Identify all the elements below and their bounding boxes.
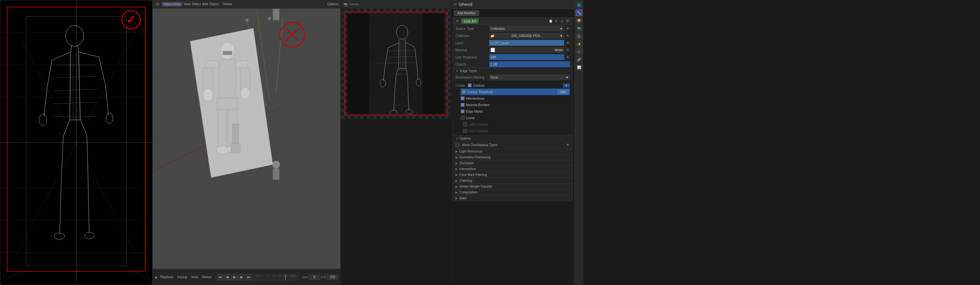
layer-value: GP_Layer bbox=[495, 41, 509, 45]
contour-checkbox[interactable]: ✓ bbox=[468, 83, 472, 87]
sidebar-icon-object[interactable]: 📦 bbox=[576, 17, 582, 24]
material-color-swatch bbox=[490, 48, 495, 52]
properties-panel-header: ✏ GPencil bbox=[451, 0, 574, 9]
crease-threshold-row: ✓ Crease Threshold 140 bbox=[461, 89, 570, 95]
allow-overlapping-checkbox[interactable] bbox=[455, 143, 459, 147]
loose-row: Loose bbox=[461, 115, 570, 121]
play-btn[interactable]: ▶ bbox=[231, 274, 238, 280]
line-thickness-label: Line Thickness bbox=[455, 56, 488, 59]
layer-row: Layer ✏ GP_Layer ✕ bbox=[453, 39, 573, 46]
playback-menu[interactable]: Playback bbox=[159, 275, 175, 279]
material-dropdown[interactable]: White bbox=[489, 47, 564, 53]
layer-input[interactable]: ✏ GP_Layer bbox=[489, 40, 564, 46]
light-reference-section[interactable]: ▶ Light Reference bbox=[453, 148, 573, 154]
source-type-dropdown[interactable]: Collection ▼ bbox=[489, 25, 564, 32]
select-menu[interactable]: Select bbox=[192, 2, 201, 6]
viewport-3d[interactable] bbox=[153, 8, 340, 269]
add-menu[interactable]: Add bbox=[202, 2, 208, 6]
material-borders-checkbox[interactable]: ✓ bbox=[461, 103, 465, 107]
illumination-dropdown[interactable]: None ▼ bbox=[489, 74, 570, 80]
checkmark-icon: ✓ bbox=[126, 14, 136, 25]
modifier-close-btn[interactable]: ✕ bbox=[565, 19, 570, 23]
crease-threshold-value[interactable]: 140 bbox=[557, 89, 569, 94]
options-label[interactable]: Options bbox=[327, 2, 338, 6]
contour-dropdown[interactable]: ▼ bbox=[563, 83, 570, 88]
far-right-sidebar: 🌐 🔧 📦 📷 🖼 ✨ ⚙ 🔗 📊 bbox=[574, 0, 583, 285]
jump-start-btn[interactable]: ⏮ bbox=[217, 274, 224, 280]
composition-section[interactable]: ▶ Composition bbox=[453, 189, 573, 195]
edge-types-section-header[interactable]: ▼ Edge Types bbox=[453, 68, 573, 74]
step-back-btn[interactable]: ◀ bbox=[224, 274, 231, 280]
intersection-section[interactable]: ▶ Intersection bbox=[453, 166, 573, 172]
add-modifier-section: Add Modifier bbox=[451, 9, 574, 17]
svg-rect-89 bbox=[273, 169, 279, 180]
modifier-icon-2[interactable]: ⬇ bbox=[554, 19, 559, 24]
face-mark-filtering-section[interactable]: ▶ Face Mark Filtering bbox=[453, 172, 573, 178]
options-section-header[interactable]: ▼ Options bbox=[453, 135, 573, 141]
modifier-expand-icon[interactable]: ▼ bbox=[455, 19, 459, 23]
intersection-label: Intersection bbox=[459, 167, 476, 171]
view-menu[interactable]: View bbox=[184, 2, 191, 6]
timeline-scale[interactable]: -30 220 0 50 100 150 200 250 bbox=[253, 274, 299, 280]
jump-end-btn[interactable]: ⏭ bbox=[245, 274, 252, 280]
preview-viewport[interactable] bbox=[341, 8, 451, 119]
start-frame-input[interactable] bbox=[309, 274, 320, 280]
sidebar-icon-data[interactable]: 📊 bbox=[576, 64, 582, 71]
sidebar-icon-physics[interactable]: ⚙ bbox=[576, 48, 582, 55]
layer-x-btn[interactable]: ✕ bbox=[565, 41, 570, 45]
material-borders-row: ✓ Material Borders bbox=[461, 102, 570, 108]
allow-overlapping-x-btn[interactable]: ✕ bbox=[565, 142, 570, 147]
sidebar-icon-camera[interactable]: 📷 bbox=[576, 25, 582, 32]
collection-dropdown[interactable]: 📁 000_GREASE PEN... ▼ bbox=[489, 33, 564, 39]
end-frame-input[interactable] bbox=[327, 274, 338, 280]
sidebar-icon-modifier[interactable]: 🔧 bbox=[576, 9, 582, 16]
sidebar-icon-scene[interactable]: 🌐 bbox=[576, 1, 582, 8]
thickness-x-btn[interactable]: ✕ bbox=[565, 55, 570, 59]
cast-shadow-label: Cast Shadow bbox=[468, 129, 488, 133]
collection-x-btn[interactable]: ✕ bbox=[565, 33, 570, 38]
modifier-icon-3[interactable]: ⬆ bbox=[560, 19, 565, 24]
object-mode-btn[interactable]: Object Mode bbox=[162, 2, 182, 6]
bake-section[interactable]: ▶ Bake bbox=[453, 195, 573, 201]
preview-header: 📷 Camera bbox=[341, 0, 451, 8]
source-type-label: Source Type bbox=[455, 27, 488, 30]
source-type-chevron: ▼ bbox=[560, 27, 563, 30]
svg-rect-82 bbox=[223, 51, 232, 55]
occlusion-section[interactable]: ▶ Occlusion bbox=[453, 160, 573, 166]
allow-overlapping-row: Allow Overlapping Types ✕ bbox=[453, 141, 573, 148]
material-x-btn[interactable]: ✕ bbox=[565, 48, 570, 52]
geometry-processing-section[interactable]: ▶ Geometry Processing bbox=[453, 154, 573, 160]
object-menu[interactable]: Object bbox=[209, 2, 219, 6]
line-thickness-slider[interactable]: 100 bbox=[489, 54, 564, 60]
crease-checkbox[interactable]: ✓ bbox=[462, 90, 466, 94]
source-type-x-btn[interactable]: ✕ bbox=[565, 26, 570, 31]
end-label: End bbox=[321, 275, 326, 279]
light-contour-checkbox[interactable] bbox=[463, 123, 467, 126]
sidebar-icon-particles[interactable]: ✨ bbox=[576, 40, 582, 48]
contour-row: Create ✓ Contour ▼ bbox=[455, 82, 570, 89]
chaining-label: Chaining bbox=[459, 179, 472, 182]
sidebar-icon-constraints[interactable]: 🔗 bbox=[576, 56, 582, 63]
opacity-slider[interactable]: 1.00 bbox=[489, 61, 570, 67]
view-menu-timeline[interactable]: View bbox=[190, 275, 199, 279]
svg-point-74 bbox=[241, 87, 250, 99]
edge-marks-checkbox[interactable]: ✓ bbox=[461, 109, 465, 113]
light-reference-label: Light Reference bbox=[459, 150, 482, 153]
svg-rect-80 bbox=[232, 124, 239, 143]
modifier-icon-1[interactable]: 📋 bbox=[548, 19, 553, 24]
marker-menu[interactable]: Marker bbox=[200, 275, 213, 279]
keying-menu[interactable]: Keying bbox=[176, 275, 188, 279]
sidebar-icon-render[interactable]: 🖼 bbox=[576, 32, 582, 40]
geometry-processing-label: Geometry Processing bbox=[459, 156, 490, 159]
vertex-weight-section[interactable]: ▶ Vertex Weight Transfer bbox=[453, 183, 573, 189]
start-label: Start bbox=[302, 275, 308, 279]
intersections-checkbox[interactable]: ✓ bbox=[461, 96, 465, 100]
loose-checkbox[interactable] bbox=[461, 116, 465, 120]
step-forward-btn[interactable]: ▶ bbox=[239, 274, 245, 280]
add-modifier-btn[interactable]: Add Modifier bbox=[454, 10, 479, 16]
svg-point-87 bbox=[272, 161, 280, 169]
opacity-label: Opacity bbox=[455, 63, 488, 66]
chaining-section[interactable]: ▶ Chaining bbox=[453, 178, 573, 183]
edge-marks-label: Edge Marks bbox=[466, 110, 483, 113]
cast-shadow-checkbox[interactable] bbox=[463, 129, 467, 133]
